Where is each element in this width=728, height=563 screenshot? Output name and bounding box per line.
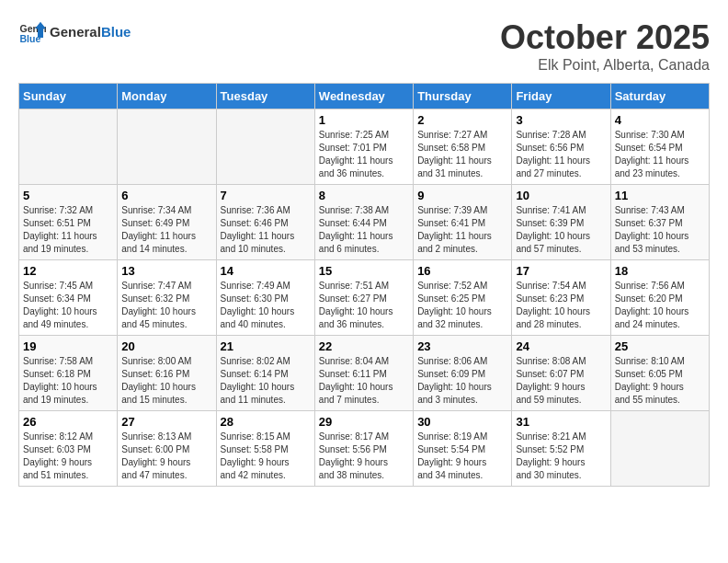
day-info: Sunrise: 8:06 AM Sunset: 6:09 PM Dayligh… (417, 355, 507, 407)
day-number: 6 (121, 189, 211, 202)
calendar-cell: 29Sunrise: 8:17 AM Sunset: 5:56 PM Dayli… (314, 411, 413, 487)
day-number: 11 (615, 189, 705, 202)
calendar-cell (610, 411, 709, 487)
day-number: 28 (221, 415, 311, 429)
calendar-cell: 6Sunrise: 7:34 AM Sunset: 6:49 PM Daylig… (118, 185, 216, 260)
calendar-cell: 13Sunrise: 7:47 AM Sunset: 6:32 PM Dayli… (118, 260, 216, 336)
day-number: 13 (121, 264, 211, 278)
svg-text:Blue: Blue (20, 33, 41, 44)
calendar-cell: 18Sunrise: 7:56 AM Sunset: 6:20 PM Dayli… (610, 260, 709, 336)
day-info: Sunrise: 7:58 AM Sunset: 6:18 PM Dayligh… (23, 355, 113, 407)
calendar-week-5: 26Sunrise: 8:12 AM Sunset: 6:03 PM Dayli… (19, 411, 710, 487)
calendar-cell: 7Sunrise: 7:36 AM Sunset: 6:46 PM Daylig… (216, 185, 314, 260)
calendar-cell: 16Sunrise: 7:52 AM Sunset: 6:25 PM Dayli… (414, 260, 512, 336)
day-info: Sunrise: 7:43 AM Sunset: 6:37 PM Dayligh… (615, 204, 705, 256)
day-info: Sunrise: 8:10 AM Sunset: 6:05 PM Dayligh… (615, 355, 705, 407)
calendar-cell: 11Sunrise: 7:43 AM Sunset: 6:37 PM Dayli… (610, 185, 709, 260)
day-info: Sunrise: 7:32 AM Sunset: 6:51 PM Dayligh… (23, 204, 113, 256)
header-tuesday: Tuesday (216, 84, 314, 109)
header-friday: Friday (512, 84, 610, 109)
calendar-week-2: 5Sunrise: 7:32 AM Sunset: 6:51 PM Daylig… (19, 185, 710, 260)
day-info: Sunrise: 7:47 AM Sunset: 6:32 PM Dayligh… (121, 280, 211, 331)
calendar-cell: 21Sunrise: 8:02 AM Sunset: 6:14 PM Dayli… (216, 336, 314, 411)
location: Elk Point, Alberta, Canada (500, 57, 710, 74)
calendar-cell: 14Sunrise: 7:49 AM Sunset: 6:30 PM Dayli… (216, 260, 314, 336)
day-number: 1 (319, 113, 409, 127)
day-number: 7 (221, 189, 311, 202)
day-info: Sunrise: 8:04 AM Sunset: 6:11 PM Dayligh… (319, 355, 409, 407)
day-info: Sunrise: 7:30 AM Sunset: 6:54 PM Dayligh… (615, 129, 705, 180)
day-number: 26 (23, 415, 113, 429)
day-info: Sunrise: 7:49 AM Sunset: 6:30 PM Dayligh… (221, 280, 311, 331)
header-sunday: Sunday (19, 84, 118, 109)
title-block: October 2025 Elk Point, Alberta, Canada (500, 18, 710, 74)
header-wednesday: Wednesday (314, 84, 413, 109)
day-number: 18 (615, 264, 705, 278)
calendar-week-4: 19Sunrise: 7:58 AM Sunset: 6:18 PM Dayli… (19, 336, 710, 411)
month-title: October 2025 (500, 18, 710, 57)
calendar-cell (216, 109, 314, 185)
calendar-cell: 3Sunrise: 7:28 AM Sunset: 6:56 PM Daylig… (512, 109, 610, 185)
calendar-cell: 2Sunrise: 7:27 AM Sunset: 6:58 PM Daylig… (414, 109, 512, 185)
day-info: Sunrise: 7:34 AM Sunset: 6:49 PM Dayligh… (121, 204, 211, 256)
day-info: Sunrise: 7:54 AM Sunset: 6:23 PM Dayligh… (516, 280, 606, 331)
calendar-cell: 30Sunrise: 8:19 AM Sunset: 5:54 PM Dayli… (414, 411, 512, 487)
logo-blue: Blue (101, 24, 131, 40)
day-number: 30 (417, 415, 507, 429)
day-info: Sunrise: 7:38 AM Sunset: 6:44 PM Dayligh… (319, 204, 409, 256)
day-number: 24 (516, 339, 606, 353)
day-info: Sunrise: 7:45 AM Sunset: 6:34 PM Dayligh… (23, 280, 113, 331)
header-saturday: Saturday (610, 84, 709, 109)
calendar-cell (118, 109, 216, 185)
day-info: Sunrise: 8:12 AM Sunset: 6:03 PM Dayligh… (23, 431, 113, 482)
day-number: 31 (516, 415, 606, 429)
calendar-cell: 15Sunrise: 7:51 AM Sunset: 6:27 PM Dayli… (314, 260, 413, 336)
day-number: 10 (516, 189, 606, 202)
day-number: 5 (23, 189, 113, 202)
calendar-cell: 22Sunrise: 8:04 AM Sunset: 6:11 PM Dayli… (314, 336, 413, 411)
day-number: 14 (221, 264, 311, 278)
day-number: 2 (417, 113, 507, 127)
day-info: Sunrise: 8:15 AM Sunset: 5:58 PM Dayligh… (221, 431, 311, 482)
calendar-cell: 27Sunrise: 8:13 AM Sunset: 6:00 PM Dayli… (118, 411, 216, 487)
day-info: Sunrise: 7:39 AM Sunset: 6:41 PM Dayligh… (417, 204, 507, 256)
calendar-header-row: Sunday Monday Tuesday Wednesday Thursday… (19, 84, 710, 109)
calendar-cell (19, 109, 118, 185)
day-number: 15 (319, 264, 409, 278)
day-number: 8 (319, 189, 409, 202)
day-number: 25 (615, 339, 705, 353)
day-info: Sunrise: 8:08 AM Sunset: 6:07 PM Dayligh… (516, 355, 606, 407)
day-number: 9 (417, 189, 507, 202)
calendar-cell: 4Sunrise: 7:30 AM Sunset: 6:54 PM Daylig… (610, 109, 709, 185)
day-info: Sunrise: 8:19 AM Sunset: 5:54 PM Dayligh… (417, 431, 507, 482)
day-number: 22 (319, 339, 409, 353)
calendar-week-3: 12Sunrise: 7:45 AM Sunset: 6:34 PM Dayli… (19, 260, 710, 336)
calendar-cell: 26Sunrise: 8:12 AM Sunset: 6:03 PM Dayli… (19, 411, 118, 487)
calendar-cell: 20Sunrise: 8:00 AM Sunset: 6:16 PM Dayli… (118, 336, 216, 411)
logo: General Blue GeneralBlue (18, 18, 131, 46)
calendar-cell: 8Sunrise: 7:38 AM Sunset: 6:44 PM Daylig… (314, 185, 413, 260)
day-info: Sunrise: 8:17 AM Sunset: 5:56 PM Dayligh… (319, 431, 409, 482)
day-info: Sunrise: 7:56 AM Sunset: 6:20 PM Dayligh… (615, 280, 705, 331)
logo-icon: General Blue (18, 18, 46, 46)
day-number: 17 (516, 264, 606, 278)
calendar-cell: 5Sunrise: 7:32 AM Sunset: 6:51 PM Daylig… (19, 185, 118, 260)
page-header: General Blue GeneralBlue October 2025 El… (18, 18, 710, 74)
day-number: 16 (417, 264, 507, 278)
calendar-cell: 19Sunrise: 7:58 AM Sunset: 6:18 PM Dayli… (19, 336, 118, 411)
calendar-cell: 17Sunrise: 7:54 AM Sunset: 6:23 PM Dayli… (512, 260, 610, 336)
day-number: 29 (319, 415, 409, 429)
day-info: Sunrise: 7:36 AM Sunset: 6:46 PM Dayligh… (221, 204, 311, 256)
calendar-cell: 1Sunrise: 7:25 AM Sunset: 7:01 PM Daylig… (314, 109, 413, 185)
day-info: Sunrise: 7:25 AM Sunset: 7:01 PM Dayligh… (319, 129, 409, 180)
day-info: Sunrise: 7:28 AM Sunset: 6:56 PM Dayligh… (516, 129, 606, 180)
day-number: 3 (516, 113, 606, 127)
header-monday: Monday (118, 84, 216, 109)
day-info: Sunrise: 8:21 AM Sunset: 5:52 PM Dayligh… (516, 431, 606, 482)
calendar-cell: 24Sunrise: 8:08 AM Sunset: 6:07 PM Dayli… (512, 336, 610, 411)
logo-general: General (50, 24, 101, 40)
calendar-week-1: 1Sunrise: 7:25 AM Sunset: 7:01 PM Daylig… (19, 109, 710, 185)
day-number: 19 (23, 339, 113, 353)
calendar-cell: 31Sunrise: 8:21 AM Sunset: 5:52 PM Dayli… (512, 411, 610, 487)
day-number: 23 (417, 339, 507, 353)
